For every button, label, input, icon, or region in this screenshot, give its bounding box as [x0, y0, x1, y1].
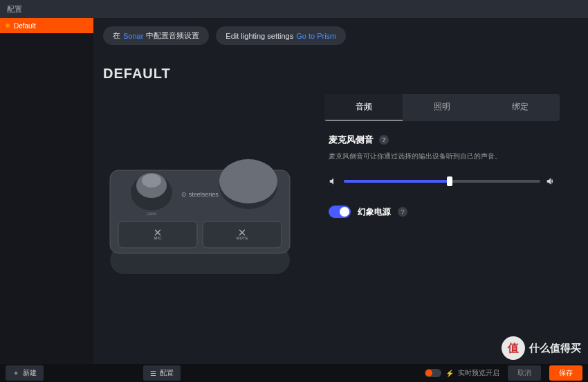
svg-rect-8 [203, 221, 282, 248]
cancel-button[interactable]: 取消 [508, 365, 541, 381]
volume-slider[interactable] [344, 180, 540, 183]
volume-low-icon [329, 176, 338, 186]
sidetone-title: 麦克风侧音 [329, 134, 374, 146]
watermark-text: 什么值得买 [529, 342, 581, 355]
help-icon[interactable]: ? [398, 207, 407, 217]
volume-slider-row [329, 176, 555, 186]
bottom-bar: ＋ 新建 ☰ 配置 ⚡ 实时预览开启 取消 保存 [0, 364, 588, 382]
new-button[interactable]: ＋ 新建 [6, 365, 44, 381]
tab-audio[interactable]: 音频 [324, 94, 403, 121]
sonar-link: Sonar [123, 32, 143, 40]
device-illustration: GAIN ⊙ steelseries MIC MUTE [103, 94, 297, 284]
phantom-label: 幻象电源 [358, 206, 391, 218]
tab-binding[interactable]: 绑定 [481, 94, 560, 121]
window-titlebar: 配置 [0, 0, 588, 18]
watermark: 值 什么值得买 [502, 336, 581, 360]
preview-toggle[interactable] [425, 369, 441, 377]
columns: GAIN ⊙ steelseries MIC MUTE 音频 照明 绑定 [103, 94, 578, 284]
toggle-knob [340, 207, 349, 217]
page-title: DEFAULT [103, 66, 578, 82]
sidetone-desc: 麦克风侧音可让你通过选择的输出设备听到自己的声音。 [329, 152, 555, 161]
plus-icon: ＋ [12, 368, 19, 378]
lightning-icon: ⚡ [445, 370, 454, 377]
svg-point-4 [142, 174, 161, 188]
sidebar: Default [0, 18, 93, 364]
main-area: Default 在 Sonar 中配置音频设置 Edit lighting se… [0, 18, 588, 364]
action-row: 在 Sonar 中配置音频设置 Edit lighting settings G… [103, 26, 578, 45]
brand-label: ⊙ steelseries [181, 191, 219, 198]
tab-lighting[interactable]: 照明 [403, 94, 481, 121]
slider-fill [344, 180, 450, 183]
settings-panel: 音频 照明 绑定 麦克风侧音 ? 麦克风侧音可让你通过选择的输出设备听到自己的声… [324, 94, 560, 284]
phantom-toggle[interactable] [329, 206, 351, 218]
window-title: 配置 [7, 4, 22, 15]
preview-toggle-row: ⚡ 实时预览开启 [425, 368, 499, 378]
help-icon[interactable]: ? [379, 135, 389, 145]
sidetone-section: 麦克风侧音 ? 麦克风侧音可让你通过选择的输出设备听到自己的声音。 [324, 121, 560, 230]
preview-label: 实时预览开启 [458, 368, 499, 378]
sidebar-item-default[interactable]: Default [0, 18, 93, 33]
sonar-pill[interactable]: 在 Sonar 中配置音频设置 [103, 26, 209, 45]
status-dot-icon [6, 24, 10, 28]
tabs: 音频 照明 绑定 [324, 94, 560, 121]
slider-thumb[interactable] [447, 176, 452, 186]
config-button[interactable]: ☰ 配置 [143, 365, 181, 381]
gain-label: GAIN [147, 212, 157, 216]
prism-link: Go to Prism [296, 32, 336, 40]
volume-high-icon [546, 176, 555, 186]
phantom-row: 幻象电源 ? [329, 206, 555, 218]
svg-text:MUTE: MUTE [237, 236, 248, 240]
svg-point-6 [219, 159, 277, 203]
lighting-pill[interactable]: Edit lighting settings Go to Prism [216, 26, 346, 45]
list-icon: ☰ [150, 370, 156, 377]
svg-text:MIC: MIC [154, 236, 163, 240]
preview-knob [425, 370, 432, 376]
watermark-icon: 值 [502, 336, 525, 360]
content: 在 Sonar 中配置音频设置 Edit lighting settings G… [93, 18, 588, 364]
svg-rect-7 [118, 221, 197, 248]
sidebar-item-label: Default [14, 22, 36, 30]
save-button[interactable]: 保存 [549, 365, 582, 381]
sidetone-title-row: 麦克风侧音 ? [329, 134, 555, 146]
